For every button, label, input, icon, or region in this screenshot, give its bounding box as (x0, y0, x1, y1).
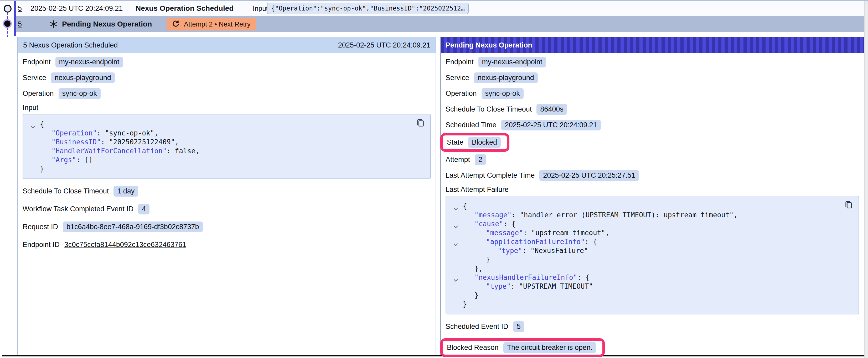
json-line: } (29, 164, 424, 173)
field-value-badge: sync-op-ok (59, 88, 101, 99)
input-preview-chip: {"Operation":"sync-op-ok","BusinessID":"… (267, 3, 469, 14)
json-key: "nexusHandlerFailureInfo" (474, 273, 577, 281)
scrollbar-track[interactable] (864, 1, 868, 358)
field-value-badge: b1c6a4bc-8ee7-468a-9169-df3b02c8737b (63, 222, 203, 232)
json-line: } (453, 291, 852, 300)
json-text: : { (577, 273, 590, 281)
json-text: } (463, 300, 467, 308)
field-value-badge: The circuit breaker is open. (503, 342, 596, 353)
field-label: Request ID (23, 223, 58, 231)
event-id-link[interactable]: 5 (18, 20, 22, 28)
event-name: Nexus Operation Scheduled (135, 4, 234, 12)
event-row-scheduled[interactable]: 5 2025-02-25 UTC 20:24:09.21 Nexus Opera… (16, 1, 864, 16)
field-value-badge: 1 day (114, 186, 138, 197)
json-code-block: {"message": "handler error (UPSTREAM_TIM… (445, 196, 859, 315)
json-key: "type" (486, 283, 511, 290)
json-text: : "handler error (UPSTREAM_TIMEOUT): ups… (512, 211, 738, 219)
field-value-link[interactable]: 3c0c75ccfa8144b092c13ce632463761 (64, 241, 186, 249)
field-row-request-id: Request IDb1c6a4bc-8ee7-468a-9169-df3b02… (23, 218, 431, 236)
collapse-chevron-icon[interactable] (30, 122, 35, 126)
event-time: 2025-02-25 UTC 20:24:09.21 (30, 4, 123, 12)
timeline-open-circle-icon (4, 5, 11, 12)
json-line: }, (453, 264, 852, 273)
json-text: : "upstream timeout", (523, 229, 610, 237)
field-value-badge: nexus-playground (474, 72, 538, 83)
json-line: "BusinessID": "20250225122409", (29, 137, 424, 147)
field-label: Operation (23, 90, 54, 98)
json-key: "Operation" (52, 129, 97, 137)
field-row-operation: Operationsync-op-ok (445, 86, 859, 101)
field-label: Scheduled Time (445, 121, 497, 129)
json-text: : "UPSTREAM_TIMEOUT" (511, 283, 593, 290)
field-value-badge: sync-op-ok (482, 88, 524, 99)
json-text: } (486, 256, 490, 263)
attempt-retry-badge: Attempt 2 • Next Retry (166, 18, 256, 30)
json-text: : "20250225122409", (101, 138, 179, 146)
highlight-box: Blocked ReasonThe circuit breaker is ope… (440, 338, 605, 357)
json-line: "message": "handler error (UPSTREAM_TIME… (453, 210, 852, 220)
event-id-link[interactable]: 5 (18, 4, 22, 12)
json-line: "type": "UPSTREAM_TIMEOUT" (453, 282, 852, 291)
field-label: Service (445, 74, 469, 82)
json-text: { (40, 120, 44, 128)
field-value-badge: 86400s (536, 104, 567, 115)
collapse-chevron-icon[interactable] (454, 275, 458, 279)
field-row-service: Servicenexus-playground (445, 70, 859, 86)
json-text: }, (474, 265, 483, 272)
field-label: State (447, 138, 463, 147)
field-label: Service (23, 74, 46, 82)
event-name: Pending Nexus Operation (62, 20, 152, 28)
json-line: "Args": [] (29, 155, 424, 164)
json-key: "type" (498, 247, 522, 255)
field-label: Endpoint ID (23, 241, 60, 249)
field-label: Blocked Reason (447, 344, 499, 352)
section-label-last-attempt-failure: Last Attempt Failure (445, 183, 859, 196)
json-key: "HandlerWaitForCancellation" (52, 147, 166, 155)
json-key: "message" (486, 229, 523, 237)
field-value-badge: nexus-playground (51, 72, 115, 83)
json-line: "message": "upstream timeout", (453, 228, 852, 237)
field-value-badge: Blocked (468, 137, 501, 148)
collapse-chevron-icon[interactable] (454, 222, 458, 226)
field-row-schedule-to-close-timeout: Schedule To Close Timeout1 day (23, 182, 431, 200)
pending-operation-panel: Pending Nexus Operation Endpointmy-nexus… (440, 37, 864, 356)
input-label: Input (253, 4, 268, 12)
json-key: "cause" (474, 220, 503, 228)
event-detail-panel: 5 Nexus Operation Scheduled 2025-02-25 U… (17, 37, 436, 356)
event-history-view: 5 2025-02-25 UTC 20:24:09.21 Nexus Opera… (0, 0, 868, 358)
json-line: "cause": { (453, 220, 852, 228)
field-row-workflow-task-completed-event-id: Workflow Task Completed Event ID4 (23, 200, 431, 218)
field-label: Endpoint (445, 58, 474, 66)
field-row-endpoint: Endpointmy-nexus-endpoint (23, 54, 431, 70)
json-text: : false, (166, 147, 199, 155)
highlight-box: StateBlocked (440, 133, 509, 152)
timeline-filled-circle-icon (4, 21, 10, 27)
collapse-chevron-icon[interactable] (454, 204, 458, 208)
event-row-pending[interactable]: 5 Pending Nexus Operation Attempt 2 • Ne… (16, 16, 864, 32)
field-value-badge: 4 (138, 204, 150, 215)
field-row-attempt: Attempt2 (445, 152, 859, 167)
json-line: "nexusHandlerFailureInfo": { (453, 273, 852, 282)
field-value-badge: my-nexus-endpoint (478, 57, 546, 67)
attempt-retry-text: Attempt 2 • Next Retry (184, 21, 251, 28)
field-row-endpoint: Endpointmy-nexus-endpoint (445, 54, 859, 70)
json-code-block: {"Operation": "sync-op-ok","BusinessID":… (23, 114, 431, 179)
json-text: : "sync-op-ok", (97, 129, 158, 137)
retry-icon (172, 20, 180, 28)
field-value-badge: 2 (475, 154, 486, 165)
field-row-service: Servicenexus-playground (23, 70, 431, 86)
json-text: } (474, 291, 479, 299)
json-key: "Args" (52, 156, 76, 164)
event-detail-title: 5 Nexus Operation Scheduled (23, 41, 118, 50)
collapse-chevron-icon[interactable] (454, 240, 458, 243)
json-line: "Operation": "sync-op-ok", (29, 129, 424, 137)
field-label: Schedule To Close Timeout (445, 105, 532, 113)
json-text: : { (585, 238, 597, 246)
field-label: Last Attempt Complete Time (445, 171, 535, 180)
pending-operation-header: Pending Nexus Operation (441, 37, 864, 53)
field-value-badge: my-nexus-endpoint (56, 57, 123, 67)
asterisk-icon (50, 20, 58, 28)
field-label: Workflow Task Completed Event ID (23, 205, 133, 213)
json-text: } (40, 165, 44, 173)
json-text: : { (503, 220, 516, 228)
